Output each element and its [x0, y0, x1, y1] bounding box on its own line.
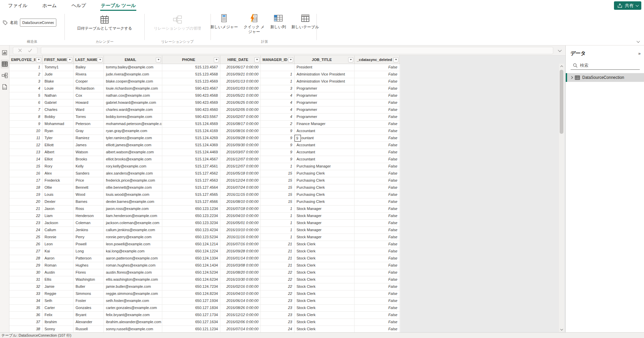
cell-LAST_NAME[interactable]: Gray — [74, 128, 104, 134]
cell-EMPLOYEE_ID[interactable]: 26 — [9, 241, 43, 248]
cell-JOB_TITLE[interactable]: Stock Clerk — [295, 312, 355, 318]
cell-PHONE[interactable]: 650.121.1234 — [162, 326, 220, 332]
cell-EMAIL[interactable]: ryan.gray@example.com — [104, 128, 162, 134]
cell-PHONE[interactable]: 650.123.3234 — [162, 220, 220, 226]
cell-JOB_TITLE[interactable]: Purchasing Manager — [295, 163, 355, 170]
cell-EMAIL[interactable]: jude.rivera@example.com — [104, 71, 162, 78]
cell-LAST_NAME[interactable]: Ross — [74, 206, 104, 212]
cell-FIRST_NAME[interactable]: Carter — [43, 305, 74, 311]
search-input[interactable] — [580, 63, 631, 68]
cell-EMAIL[interactable]: liam.henderson@example.com — [104, 213, 162, 219]
cell-PHONE[interactable]: 515.127.4561 — [162, 163, 220, 170]
cell-HIRE_DATE[interactable]: 2016/02/07 0:00:00 — [220, 114, 261, 120]
cell-_cdatasync_deleted[interactable]: False — [355, 128, 400, 134]
cell-PHONE[interactable]: 590.423.4569 — [162, 99, 220, 106]
cell-MANAGER_ID[interactable]: 9 — [261, 142, 295, 149]
cell-EMPLOYEE_ID[interactable]: 17 — [9, 177, 43, 184]
cell-_cdatasync_deleted[interactable]: False — [355, 135, 400, 142]
cell-HIRE_DATE[interactable]: 2016/08/16 0:00:00 — [220, 128, 261, 134]
cell-MANAGER_ID[interactable]: 22 — [261, 269, 295, 276]
cell-_cdatasync_deleted[interactable]: False — [355, 206, 400, 212]
cell-HIRE_DATE[interactable]: 2016/11/15 0:00:00 — [220, 191, 261, 198]
cell-FIRST_NAME[interactable]: Reggie — [43, 290, 74, 297]
cell-MANAGER_ID[interactable]: 4 — [261, 99, 295, 106]
cell-HIRE_DATE[interactable]: 2016/08/20 0:00:00 — [220, 269, 261, 276]
cell-MANAGER_ID[interactable]: 15 — [261, 198, 295, 205]
cell-PHONE[interactable]: 650.124.1334 — [162, 255, 220, 262]
cell-FIRST_NAME[interactable]: Ellis — [43, 276, 74, 283]
cell-PHONE[interactable]: 515.123.4567 — [162, 64, 220, 71]
cell-EMPLOYEE_ID[interactable]: 22 — [9, 213, 43, 219]
cell-MANAGER_ID[interactable]: 21 — [261, 241, 295, 248]
cell-EMAIL[interactable]: ibrahim.alexander@example.com — [104, 319, 162, 326]
cell-PHONE[interactable]: 650.123.4234 — [162, 227, 220, 234]
cell-PHONE[interactable]: 590.423.4567 — [162, 85, 220, 92]
cell-EMPLOYEE_ID[interactable]: 3 — [9, 78, 43, 85]
cell-JOB_TITLE[interactable]: Stock Clerk — [295, 319, 355, 326]
cell-MANAGER_ID[interactable]: 22 — [261, 276, 295, 283]
cell-PHONE[interactable]: 515.127.4565 — [162, 191, 220, 198]
cell-MANAGER_ID[interactable]: 4 — [261, 92, 295, 99]
cell-LAST_NAME[interactable]: Cox — [74, 92, 104, 99]
cell-FIRST_NAME[interactable]: Bobby — [43, 114, 74, 120]
cell-JOB_TITLE[interactable]: Stock Manager — [295, 234, 355, 241]
cell-EMAIL[interactable]: reggie.simmons@example.com — [104, 290, 162, 297]
cell-JOB_TITLE[interactable]: Stock Clerk — [295, 276, 355, 283]
cell-FIRST_NAME[interactable]: Alex — [43, 170, 74, 177]
cell-JOB_TITLE[interactable]: Administration Vice President — [295, 78, 355, 85]
cell-EMAIL[interactable]: carter.gonzales@example.com — [104, 305, 162, 311]
cell-FIRST_NAME[interactable]: Mohammad — [43, 121, 74, 127]
cell-_cdatasync_deleted[interactable]: False — [355, 142, 400, 149]
cell-EMPLOYEE_ID[interactable]: 36 — [9, 312, 43, 318]
cell-FIRST_NAME[interactable]: Jackson — [43, 220, 74, 226]
cell-LAST_NAME[interactable]: Powell — [74, 241, 104, 248]
cell-MANAGER_ID[interactable]: 22 — [261, 283, 295, 290]
cell-HIRE_DATE[interactable]: 2016/09/21 0:00:00 — [220, 71, 261, 78]
cell-EMPLOYEE_ID[interactable]: 16 — [9, 170, 43, 177]
cell-MANAGER_ID[interactable]: 1 — [261, 163, 295, 170]
cell-HIRE_DATE[interactable]: 2016/07/16 0:00:00 — [220, 241, 261, 248]
cell-EMAIL[interactable]: charles.ward@example.com — [104, 106, 162, 113]
collapse-pane-icon[interactable]: » — [638, 51, 640, 56]
cell-LAST_NAME[interactable]: Bailey — [74, 64, 104, 71]
cell-FIRST_NAME[interactable]: Albert — [43, 149, 74, 156]
cell-JOB_TITLE[interactable]: Stock Manager — [295, 220, 355, 226]
cell-MANAGER_ID[interactable]: 9 — [261, 128, 295, 134]
cell-EMPLOYEE_ID[interactable]: 31 — [9, 276, 43, 283]
column-header-MANAGER_ID[interactable]: MANAGER_ID — [261, 56, 295, 64]
cell-EMAIL[interactable]: ellis.washington@example.com — [104, 276, 162, 283]
cell-_cdatasync_deleted[interactable]: False — [355, 121, 400, 127]
cell-_cdatasync_deleted[interactable]: False — [355, 184, 400, 191]
cell-HIRE_DATE[interactable]: 2016/06/25 0:00:00 — [220, 99, 261, 106]
column-header-FIRST_NAME[interactable]: FIRST_NAME — [43, 56, 74, 64]
cell-JOB_TITLE[interactable]: Programmer — [295, 99, 355, 106]
cell-LAST_NAME[interactable]: Howard — [74, 99, 104, 106]
cell-FIRST_NAME[interactable]: Aaron — [43, 255, 74, 262]
cell-HIRE_DATE[interactable]: 2016/08/26 0:00:00 — [220, 305, 261, 311]
cell-EMPLOYEE_ID[interactable]: 7 — [9, 106, 43, 113]
cell-PHONE[interactable]: 515.124.4269 — [162, 135, 220, 142]
cell-_cdatasync_deleted[interactable]: False — [355, 114, 400, 120]
cell-HIRE_DATE[interactable]: 2016/04/10 0:00:00 — [220, 290, 261, 297]
cell-HIRE_DATE[interactable]: 2016/04/10 0:00:00 — [220, 213, 261, 219]
cell-HIRE_DATE[interactable]: 2016/03/08 0:00:00 — [220, 262, 261, 269]
cell-HIRE_DATE[interactable]: 2016/01/14 0:00:00 — [220, 255, 261, 262]
cell-MANAGER_ID[interactable]: 1 — [261, 220, 295, 226]
share-button[interactable]: 共有 — [614, 1, 641, 10]
cell-FIRST_NAME[interactable]: Ronnie — [43, 234, 74, 241]
tab-table-tools[interactable]: テーブル ツール — [97, 0, 139, 11]
cell-HIRE_DATE[interactable]: 2016/01/03 0:00:00 — [220, 85, 261, 92]
cell-EMPLOYEE_ID[interactable]: 38 — [9, 326, 43, 332]
cell-EMAIL[interactable]: austin.flores@example.com — [104, 269, 162, 276]
cell-PHONE[interactable]: 515.124.4469 — [162, 149, 220, 156]
cell-FIRST_NAME[interactable]: Tommy1 — [43, 64, 74, 71]
cell-EMAIL[interactable]: jamie.butler@example.com — [104, 283, 162, 290]
cell-EMAIL[interactable]: ollie.bennett@example.com — [104, 184, 162, 191]
cell-JOB_TITLE[interactable]: Accountant — [295, 149, 355, 156]
cell-HIRE_DATE[interactable]: 2016/06/17 0:00:00 — [220, 64, 261, 71]
cell-EMAIL[interactable]: albert.watson@example.com — [104, 149, 162, 156]
cell-LAST_NAME[interactable]: Sanders — [74, 170, 104, 177]
column-header-EMPLOYEE_ID[interactable]: EMPLOYEE_ID — [9, 56, 43, 64]
cell-EMAIL[interactable]: tyler.ramirez@example.com — [104, 135, 162, 142]
cell-MANAGER_ID[interactable]: 23 — [261, 319, 295, 326]
